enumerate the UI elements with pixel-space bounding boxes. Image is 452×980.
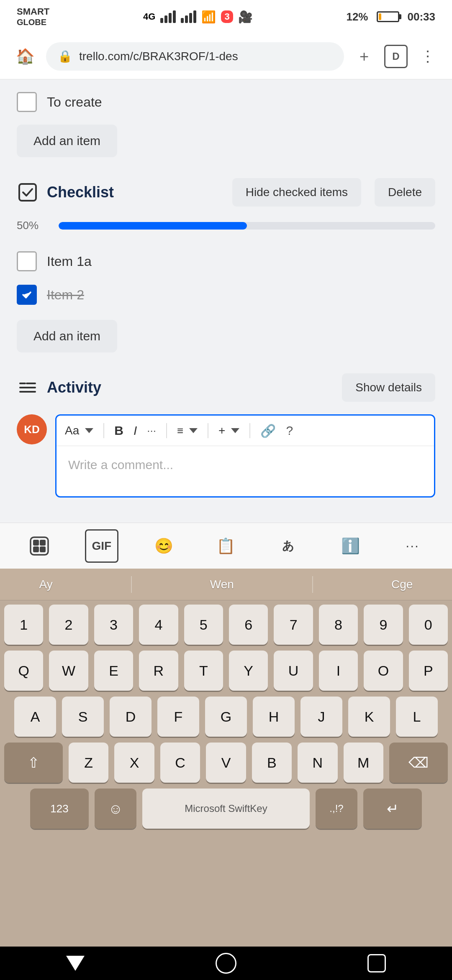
key-n[interactable]: N	[298, 743, 337, 783]
key-4[interactable]: 4	[139, 605, 178, 645]
progress-track	[59, 222, 435, 230]
key-g[interactable]: G	[205, 697, 247, 737]
item1-label: Item 1a	[47, 254, 92, 269]
key-p[interactable]: P	[409, 651, 448, 691]
add-item-button-checklist[interactable]: Add an item	[17, 320, 117, 352]
item1-checkbox[interactable]	[17, 251, 37, 271]
user-avatar: KD	[17, 414, 47, 444]
key-5[interactable]: 5	[184, 605, 223, 645]
key-h[interactable]: H	[253, 697, 295, 737]
recents-button[interactable]	[356, 951, 398, 976]
suggestion-3[interactable]: Cge	[391, 578, 413, 591]
add-tab-button[interactable]: ＋	[352, 45, 376, 68]
help-button[interactable]: ?	[286, 424, 293, 438]
menu-button[interactable]: ⋮	[416, 45, 439, 68]
key-shift[interactable]: ⇧	[4, 743, 63, 783]
key-q[interactable]: Q	[4, 651, 43, 691]
key-w[interactable]: W	[49, 651, 88, 691]
key-l[interactable]: L	[396, 697, 438, 737]
key-t[interactable]: T	[184, 651, 223, 691]
activity-title: Activity	[47, 379, 334, 396]
key-7[interactable]: 7	[274, 605, 313, 645]
key-3[interactable]: 3	[94, 605, 133, 645]
italic-button[interactable]: I	[134, 424, 137, 438]
signal-bars	[160, 10, 176, 23]
insert-button[interactable]: +	[218, 424, 239, 437]
back-button[interactable]	[54, 951, 96, 976]
checklist-section: Checklist Hide checked items Delete 50% …	[0, 166, 452, 361]
home-nav-button[interactable]	[205, 951, 247, 976]
url-bar[interactable]: 🔒 trello.com/c/BRAK3ROF/1-des	[46, 42, 344, 71]
comment-input[interactable]: Write a comment...	[56, 446, 434, 496]
keyboard-tool-emoji[interactable]: 😊	[147, 529, 180, 563]
battery	[377, 11, 399, 22]
more-formatting-button[interactable]: ···	[147, 424, 156, 437]
carrier-info: SMART GLOBE	[17, 6, 49, 27]
key-2[interactable]: 2	[49, 605, 88, 645]
key-d[interactable]: D	[110, 697, 152, 737]
progress-label: 50%	[17, 219, 50, 232]
hide-checked-items-button[interactable]: Hide checked items	[232, 178, 361, 207]
key-y[interactable]: Y	[229, 651, 268, 691]
keyboard-tool-layers[interactable]	[23, 529, 56, 563]
bold-button[interactable]: B	[114, 424, 123, 438]
item2-checkbox[interactable]	[17, 285, 37, 305]
tab-count-button[interactable]: D	[384, 45, 408, 68]
key-space[interactable]: Microsoft SwiftKey	[142, 789, 310, 829]
key-v[interactable]: V	[206, 743, 246, 783]
key-enter[interactable]: ↵	[363, 789, 422, 829]
key-z[interactable]: Z	[69, 743, 108, 783]
keyboard-tool-more[interactable]: ···	[396, 529, 429, 563]
suggestion-1[interactable]: Ay	[39, 578, 53, 591]
key-o[interactable]: O	[364, 651, 403, 691]
key-punctuation[interactable]: .,!?	[316, 789, 357, 829]
browser-bar: 🏠 🔒 trello.com/c/BRAK3ROF/1-des ＋ D ⋮	[0, 33, 452, 79]
key-9[interactable]: 9	[364, 605, 403, 645]
key-8[interactable]: 8	[319, 605, 358, 645]
keyboard-tool-info[interactable]: ℹ️	[334, 529, 367, 563]
comment-toolbar: Aa B I ··· ≡ +	[56, 416, 434, 446]
browser-actions: ＋ D ⋮	[352, 45, 439, 68]
keyboard-tool-gif[interactable]: GIF	[85, 529, 118, 563]
to-create-section: To create Add an item	[0, 79, 452, 166]
signal-bars-2	[181, 10, 196, 23]
delete-checklist-button[interactable]: Delete	[375, 178, 435, 207]
svg-rect-9	[40, 546, 46, 552]
key-i[interactable]: I	[319, 651, 358, 691]
key-u[interactable]: U	[274, 651, 313, 691]
key-m[interactable]: M	[344, 743, 383, 783]
main-content: To create Add an item Checklist Hide che…	[0, 79, 452, 506]
key-r[interactable]: R	[139, 651, 178, 691]
key-s[interactable]: S	[62, 697, 104, 737]
key-x[interactable]: X	[114, 743, 154, 783]
toolbar-divider-4	[249, 423, 250, 438]
key-6[interactable]: 6	[229, 605, 268, 645]
key-0[interactable]: 0	[409, 605, 448, 645]
comment-area: KD Aa B I ··· ≡	[17, 414, 435, 498]
link-button[interactable]: 🔗	[260, 424, 276, 438]
checklist-title: Checklist	[47, 184, 224, 201]
show-details-button[interactable]: Show details	[342, 373, 435, 402]
to-create-checkbox[interactable]	[17, 92, 37, 112]
zxcv-row: ⇧ Z X C V B N M ⌫	[4, 743, 448, 783]
key-b[interactable]: B	[252, 743, 292, 783]
key-a[interactable]: A	[14, 697, 56, 737]
add-item-button-top[interactable]: Add an item	[17, 125, 117, 157]
key-f[interactable]: F	[157, 697, 199, 737]
key-k[interactable]: K	[348, 697, 390, 737]
key-1[interactable]: 1	[4, 605, 43, 645]
asdf-row: A S D F G H J K L	[4, 697, 448, 737]
home-button[interactable]: 🏠	[13, 44, 38, 69]
font-selector[interactable]: Aa	[65, 424, 93, 437]
key-j[interactable]: J	[300, 697, 342, 737]
number-row: 1 2 3 4 5 6 7 8 9 0	[4, 605, 448, 645]
keyboard-tool-lang[interactable]: あ	[272, 529, 305, 563]
list-button[interactable]: ≡	[177, 424, 198, 437]
key-emoji[interactable]: ☺	[95, 789, 136, 829]
keyboard-tool-clipboard[interactable]: 📋	[209, 529, 243, 563]
key-backspace[interactable]: ⌫	[389, 743, 448, 783]
key-e[interactable]: E	[94, 651, 133, 691]
key-c[interactable]: C	[160, 743, 200, 783]
suggestion-2[interactable]: Wen	[210, 578, 234, 591]
key-123[interactable]: 123	[30, 789, 89, 829]
